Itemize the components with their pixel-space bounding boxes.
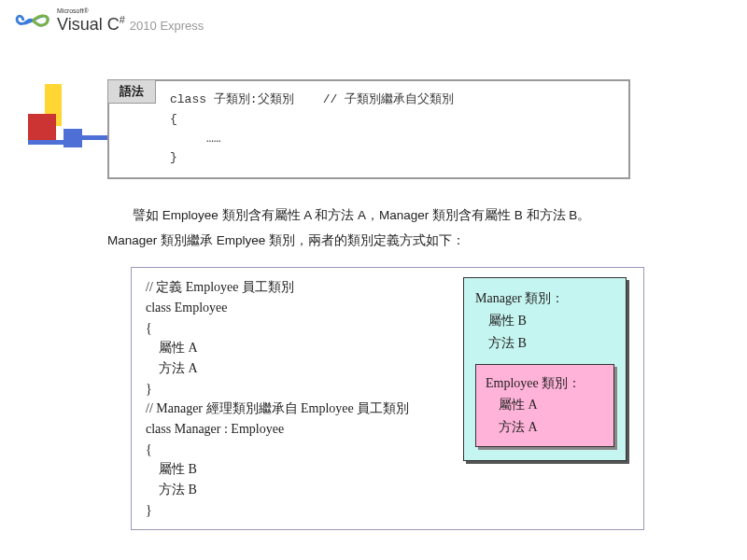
employee-class-box: Employee 類別： 屬性 A 方法 A (475, 364, 614, 447)
explanation-line: Manager 類別繼承 Emplyee 類別，兩者的類別定義方式如下： (107, 228, 649, 253)
code-text: // 定義 Employee 員工類別 class Employee { 屬性 … (146, 280, 409, 517)
explanation-line: 譬如 Employee 類別含有屬性 A 和方法 A，Manager 類別含有屬… (107, 203, 649, 228)
explanation-text: 譬如 Employee 類別含有屬性 A 和方法 A，Manager 類別含有屬… (107, 203, 649, 253)
manager-text: Manager 類別： 屬性 B 方法 B (475, 291, 564, 350)
product-title-block: Microsoft® Visual C# 2010 Express (57, 7, 204, 33)
deco-block (63, 129, 82, 147)
product-name: Visual C# 2010 Express (57, 15, 204, 33)
syntax-label: 語法 (108, 80, 156, 104)
class-diagram: Manager 類別： 屬性 B 方法 BEmployee 類別： 屬性 A 方… (463, 277, 627, 461)
syntax-code: class 子類別:父類別 // 子類別繼承自父類別 { …… } (109, 81, 628, 177)
manager-class-box: Manager 類別： 屬性 B 方法 BEmployee 類別： 屬性 A 方… (463, 277, 627, 461)
syntax-box: 語法 class 子類別:父類別 // 子類別繼承自父類別 { …… } (107, 79, 630, 179)
product-logo: Microsoft® Visual C# 2010 Express (14, 7, 747, 33)
code-example-box: // 定義 Employee 員工類別 class Employee { 屬性 … (131, 267, 644, 530)
deco-block (28, 140, 63, 145)
infinity-icon (14, 10, 51, 31)
microsoft-label: Microsoft® (57, 7, 204, 14)
header: Microsoft® Visual C# 2010 Express (0, 0, 747, 47)
